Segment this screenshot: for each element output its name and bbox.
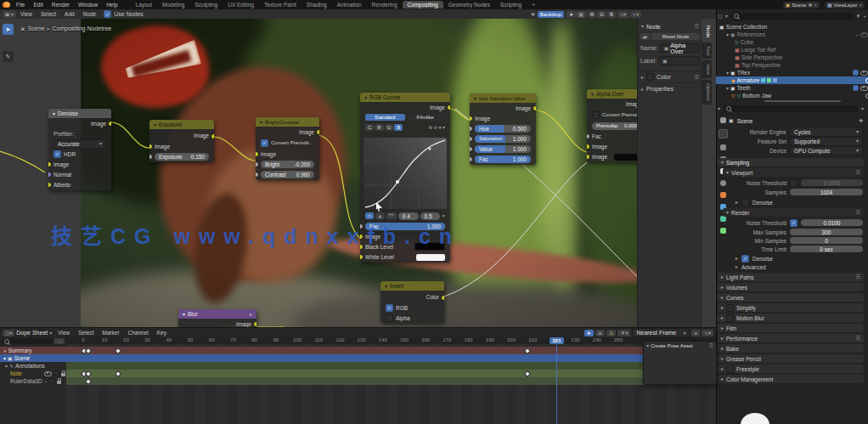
blender-logo-icon[interactable] [3, 2, 10, 8]
show-hidden-button[interactable]: ⊞ [595, 330, 605, 336]
node-socket[interactable] [256, 161, 259, 167]
image-channel-button[interactable]: ▦ [576, 11, 586, 18]
viewport-subsection[interactable]: ▾Viewport ☰ [723, 168, 864, 177]
filter-icon[interactable]: ▼ [856, 14, 861, 19]
playhead-line[interactable] [556, 337, 557, 424]
expand-icon[interactable]: ▾ [726, 71, 729, 76]
channel-b-button[interactable]: B [394, 124, 403, 131]
outliner-row-bottom-jaw[interactable]: ▽ ▽Bottom Jaw [716, 92, 868, 99]
saturation-slider[interactable]: Saturation1.000 [470, 133, 536, 144]
collection-checkbox[interactable] [853, 85, 859, 91]
outliner-row-side-perspective[interactable]: ▦Side Perspective [716, 54, 868, 61]
hide-icon[interactable] [860, 86, 868, 91]
tab-view[interactable]: View [702, 60, 712, 78]
handle-auto-button[interactable]: ∩ [365, 212, 374, 219]
advanced-row[interactable]: ▸Advanced [736, 263, 868, 271]
tab-standard[interactable]: Standard [365, 114, 405, 121]
note-track[interactable] [66, 370, 716, 377]
section-film[interactable]: ▸Film [718, 324, 864, 332]
white-level-row[interactable]: White Level [360, 252, 450, 263]
outliner-row-scene-collection[interactable]: ▣Scene Collection [716, 23, 868, 31]
node-editor-menu[interactable]: View [16, 11, 37, 17]
viewport-samples-value[interactable]: 1024 [790, 189, 863, 195]
dope-sheet-menu[interactable]: Marker [98, 330, 123, 336]
channel-note[interactable]: Note [10, 370, 22, 376]
rgb-checkbox[interactable]: ✓ [386, 304, 393, 312]
mute-icon[interactable]: − [44, 379, 48, 384]
channel-rulerdata[interactable]: RulerData3D [10, 378, 42, 384]
handle-vector-button[interactable]: ∧ [375, 212, 384, 219]
section-curves[interactable]: ▸Curves [718, 293, 864, 302]
node-section-header[interactable]: ▾ Node ☰ [638, 21, 702, 31]
use-nodes-toggle[interactable]: ✓ Use Nodes [104, 10, 144, 18]
node-socket[interactable] [470, 156, 473, 162]
prefilter-dropdown[interactable]: Accurate▾ [48, 139, 111, 149]
workspace-tab[interactable]: + [527, 1, 540, 8]
node-socket[interactable] [587, 154, 590, 160]
motion-blur-checkbox[interactable] [726, 314, 734, 322]
properties-section-header[interactable]: ▸ Properties [638, 82, 702, 94]
tab-tool[interactable]: Tool [702, 42, 712, 59]
hsv-input-image[interactable]: Image [470, 113, 536, 123]
hsv-output-image[interactable]: Image [470, 103, 536, 113]
menu-icon[interactable]: ☰ [709, 343, 713, 348]
dope-sheet-menu[interactable]: View [54, 330, 74, 336]
delete-point-icon[interactable]: × [442, 213, 445, 218]
workspace-tab[interactable]: Layout [131, 1, 158, 8]
topbar-menu[interactable]: Help [102, 2, 121, 8]
channel-r-button[interactable]: R [375, 124, 383, 131]
properties-tab-physics-icon[interactable] [720, 216, 726, 222]
node-socket[interactable] [211, 133, 214, 139]
workspace-tab[interactable]: Scripting [495, 1, 527, 8]
denoise-input-image[interactable]: Image [48, 159, 111, 169]
bright-field[interactable]: Bright-0.200 [256, 159, 319, 169]
rgb-channel-button[interactable]: B [607, 11, 616, 18]
node-socket[interactable] [108, 121, 111, 127]
section-volumes[interactable]: ▸Volumes [718, 283, 864, 291]
exclude-checkbox[interactable]: − [855, 32, 859, 37]
tab-node[interactable]: Node [702, 22, 712, 41]
expand-icon[interactable]: ▾ [726, 32, 729, 37]
channel-search-input[interactable] [2, 338, 53, 344]
preset-menu-icon[interactable]: ☰ [856, 274, 860, 280]
node-socket[interactable] [149, 154, 153, 160]
denoise-input-albedo[interactable]: Albedo [48, 179, 111, 190]
topbar-menu[interactable]: Edit [29, 2, 47, 8]
workspace-tab[interactable]: Compositing [403, 1, 443, 8]
collapse-icon[interactable]: ▾ [474, 96, 476, 101]
node-socket[interactable] [48, 161, 52, 167]
node-hue-saturation-value[interactable]: ▾Hue Saturation Value Image Image Hue0.5… [470, 93, 536, 165]
only-selected-button[interactable]: ➤ [584, 330, 594, 336]
node-socket[interactable] [48, 172, 52, 178]
node-socket[interactable] [587, 144, 590, 150]
premultiply-checkbox[interactable] [592, 111, 600, 119]
expand-icon[interactable]: ▾ [726, 86, 729, 91]
denoise-input-normal[interactable]: Normal [48, 169, 111, 179]
workspace-tab[interactable]: Modeling [157, 1, 189, 8]
collapse-icon[interactable]: ▾ [591, 92, 594, 97]
outliner-row-cube[interactable]: ▽Cube [716, 38, 868, 46]
render-denoise-row[interactable]: ▸✓Denoise [736, 254, 868, 263]
viewport-denoise-row[interactable]: ▸Denoise [736, 198, 868, 206]
alpha-checkbox[interactable] [386, 314, 393, 322]
section-motion-blur[interactable]: ▸Motion Blur [718, 314, 864, 322]
node-bright-contrast[interactable]: ▾Bright/Contrast Image ✓Convert Premulti… [256, 117, 319, 180]
collapse-icon[interactable]: ▾ [154, 122, 156, 127]
section-simplify[interactable]: ▸Simplify [718, 303, 864, 312]
outliner-row-trex[interactable]: ▾ ▣TRex [716, 69, 868, 76]
invert-output-color[interactable]: Color [380, 291, 444, 302]
simplify-checkbox[interactable] [726, 304, 734, 312]
channel-annotations[interactable]: ▾✎Annotations [5, 363, 44, 369]
viewport-noise-value[interactable]: 0.1000 [801, 179, 863, 186]
bc-output-image[interactable]: Image [256, 127, 319, 137]
outliner-search-input[interactable] [730, 13, 854, 20]
filter-dropdown[interactable]: ▼▾ [617, 330, 630, 336]
cursor-tool-button[interactable]: ➤ [566, 11, 576, 18]
handle-free-button[interactable]: ⌒ [386, 212, 397, 219]
hdr-checkbox[interactable]: ✓ [54, 150, 61, 158]
color-section-header[interactable]: ▸ Color ☰ [638, 71, 702, 82]
node-socket[interactable] [360, 254, 364, 260]
preset-menu-icon[interactable]: ☰ [856, 336, 860, 341]
exposure-input-image[interactable]: Image [149, 141, 214, 151]
device-dropdown[interactable]: GPU Compute▾ [790, 146, 863, 155]
